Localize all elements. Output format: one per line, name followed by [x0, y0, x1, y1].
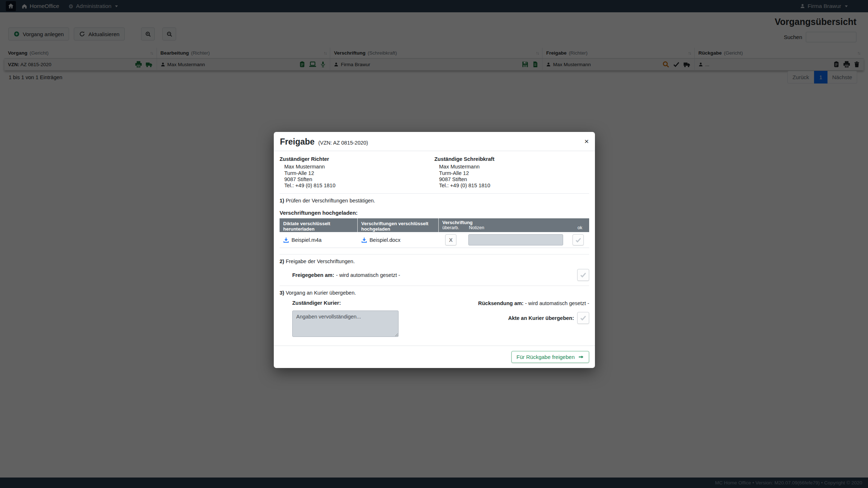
submit-label: Für Rückgabe freigeben [516, 354, 575, 360]
freigabe-modal: Freigabe (VZN: AZ 0815-2020) × Zuständig… [274, 132, 595, 368]
confirm-freigabe-button[interactable] [577, 269, 589, 281]
upload-table-header: Diktate verschlüsselt herunterladen Vers… [280, 218, 589, 232]
header-verschriftung-group: Verschriftung überarb. Notizen ok [439, 218, 589, 232]
akte-uebergeben-button[interactable] [577, 312, 589, 324]
close-icon[interactable]: × [584, 137, 589, 145]
reject-button[interactable]: X [445, 234, 456, 245]
schreibkraft-phone: Tel.: +49 (0) 815 1810 [439, 183, 589, 189]
header-diktate: Diktate verschlüsselt herunterladen [280, 218, 358, 232]
schreibkraft-heading: Zuständige Schreibkraft [434, 156, 589, 162]
freigegeben-am-value: - wird automatisch gesetzt - [336, 272, 400, 278]
freigegeben-am-label: Freigegeben am: [292, 272, 334, 278]
header-ueberarb: überarb. [442, 225, 459, 230]
modal-header: Freigabe (VZN: AZ 0815-2020) × [274, 132, 595, 151]
upload-table-row: Beispiel.m4a Beispiel.docx X [280, 232, 589, 248]
akte-label: Akte an Kurier übergeben: [508, 315, 574, 321]
arrow-right-icon [578, 354, 584, 360]
schreibkraft-street: Turm-Alle 12 [439, 170, 589, 176]
ruecksendung-label: Rücksendung am: [478, 300, 524, 306]
transcript-file-link[interactable]: Beispiel.docx [370, 237, 400, 243]
freigabe-row: Freigegeben am: - wird automatisch geset… [280, 269, 589, 281]
step1-label: Prüfen der Verschriftungen bestätigen. [286, 198, 375, 204]
ruecksendung-value: - wird automatisch gesetzt - [525, 300, 589, 306]
dictation-file-cell: Beispiel.m4a [280, 237, 358, 243]
modal-body: Zuständiger Richter Max Mustermann Turm-… [274, 151, 595, 341]
modal-footer: Für Rückgabe freigeben [274, 346, 595, 368]
modal-title: Freigabe [280, 137, 315, 146]
download-icon[interactable] [361, 237, 367, 243]
kurier-block: Zuständiger Kurier: Rücksendung am: - wi… [280, 300, 589, 340]
step1-number: 1) [280, 198, 284, 204]
submit-rueckgabe-button[interactable]: Für Rückgabe freigeben [511, 351, 589, 363]
review-cell: X [439, 234, 589, 245]
transcript-file-cell: Beispiel.docx [358, 237, 439, 243]
header-verschriftungen: Verschriftungen verschlüsselt hochgelade… [358, 218, 439, 232]
kurier-textarea[interactable] [292, 311, 399, 337]
header-verschriftung: Verschriftung [442, 220, 586, 225]
step3-number: 3) [280, 290, 284, 296]
step2-label: Freigabe der Verschriftungen. [286, 258, 355, 264]
dictation-file-link[interactable]: Beispiel.m4a [292, 237, 322, 243]
modal-subtitle: (VZN: AZ 0815-2020) [318, 137, 368, 146]
header-notizen: Notizen [469, 225, 484, 230]
header-ok: ok [578, 225, 586, 230]
contacts-block: Zuständiger Richter Max Mustermann Turm-… [280, 156, 589, 189]
download-icon[interactable] [283, 237, 289, 243]
step2-text: 2) Freigabe der Verschriftungen. [280, 258, 589, 264]
richter-street: Turm-Alle 12 [284, 170, 434, 176]
approve-transcript-button[interactable] [573, 234, 584, 245]
schreibkraft-name: Max Mustermann [439, 164, 589, 170]
notes-input[interactable] [468, 234, 563, 245]
richter-heading: Zuständiger Richter [280, 156, 434, 162]
kurier-label: Zuständiger Kurier: [280, 300, 441, 306]
schreibkraft-city: 9087 Stiften [439, 176, 589, 183]
richter-city: 9087 Stiften [284, 176, 434, 183]
schreibkraft-contact: Zuständige Schreibkraft Max Mustermann T… [434, 156, 589, 189]
step3-text: 3) Vorgang an Kurier übergeben. [280, 290, 589, 296]
step1-text: 1) Prüfen der Verschriftungen bestätigen… [280, 198, 589, 204]
step3-label: Vorgang an Kurier übergeben. [286, 290, 356, 296]
upload-heading: Verschriftungen hochgeladen: [280, 210, 589, 216]
step2-number: 2) [280, 258, 284, 264]
richter-phone: Tel.: +49 (0) 815 1810 [284, 183, 434, 189]
richter-contact: Zuständiger Richter Max Mustermann Turm-… [280, 156, 434, 189]
richter-name: Max Mustermann [284, 164, 434, 170]
